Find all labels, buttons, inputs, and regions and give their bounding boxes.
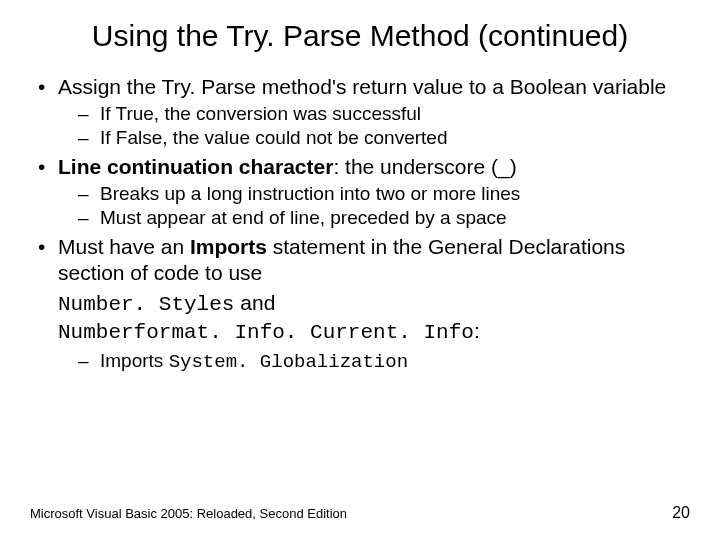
- bullet-3-sub-prefix: Imports: [100, 350, 169, 371]
- bullet-3-end: :: [474, 319, 480, 342]
- bullet-3-sub-1: Imports System. Globalization: [78, 349, 690, 375]
- slide-footer: Microsoft Visual Basic 2005: Reloaded, S…: [30, 504, 690, 522]
- bullet-1-sub-1: If True, the conversion was successful: [78, 102, 690, 126]
- bullet-1: Assign the Try. Parse method's return va…: [30, 74, 690, 150]
- code-numberformatinfo: Numberformat. Info. Current. Info: [58, 321, 474, 344]
- slide-body: Assign the Try. Parse method's return va…: [30, 74, 690, 374]
- bullet-3-code-block: Number. Styles and Numberformat. Info. C…: [30, 290, 690, 374]
- page-number: 20: [672, 504, 690, 522]
- bullet-2-sub-1: Breaks up a long instruction into two or…: [78, 182, 690, 206]
- bullet-3-mid: and: [234, 291, 275, 314]
- bullet-3-b: Imports: [190, 235, 267, 258]
- bullet-1-text: Assign the Try. Parse method's return va…: [58, 75, 666, 98]
- bullet-2-rest: : the underscore (_): [333, 155, 516, 178]
- bullet-2-sub-2: Must appear at end of line, preceded by …: [78, 206, 690, 230]
- bullet-2: Line continuation character: the undersc…: [30, 154, 690, 230]
- bullet-2-term: Line continuation character: [58, 155, 333, 178]
- bullet-1-sub-2: If False, the value could not be convert…: [78, 126, 690, 150]
- code-system-globalization: System. Globalization: [169, 351, 408, 373]
- bullet-3-a: Must have an: [58, 235, 190, 258]
- bullet-3: Must have an Imports statement in the Ge…: [30, 234, 690, 287]
- footer-text: Microsoft Visual Basic 2005: Reloaded, S…: [30, 506, 347, 521]
- slide-title: Using the Try. Parse Method (continued): [30, 18, 690, 54]
- code-numberstyles: Number. Styles: [58, 293, 234, 316]
